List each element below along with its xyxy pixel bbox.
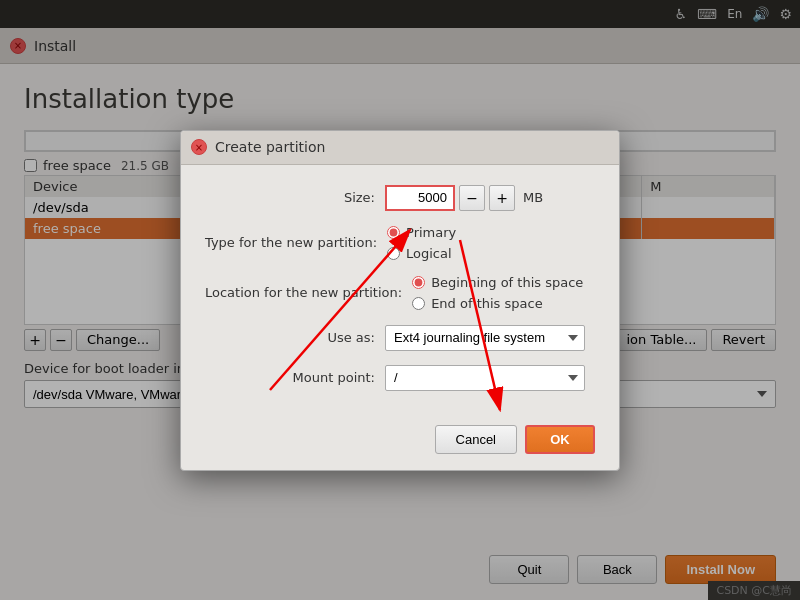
- cancel-button[interactable]: Cancel: [435, 425, 517, 454]
- location-end-radio[interactable]: [412, 297, 425, 310]
- size-input-group: − + MB: [385, 185, 543, 211]
- location-beginning-label: Beginning of this space: [431, 275, 583, 290]
- mount-point-label: Mount point:: [205, 370, 385, 385]
- modal-titlebar: × Create partition: [181, 131, 619, 165]
- type-radio-group: Primary Logical: [387, 225, 456, 261]
- size-decrease-button[interactable]: −: [459, 185, 485, 211]
- size-label: Size:: [205, 190, 385, 205]
- size-unit: MB: [523, 190, 543, 205]
- type-logical-option[interactable]: Logical: [387, 246, 456, 261]
- location-radio-group: Beginning of this space End of this spac…: [412, 275, 583, 311]
- use-as-label: Use as:: [205, 330, 385, 345]
- size-row: Size: − + MB: [205, 185, 595, 211]
- type-label: Type for the new partition:: [205, 235, 387, 250]
- type-logical-radio[interactable]: [387, 247, 400, 260]
- size-input[interactable]: [385, 185, 455, 211]
- type-logical-label: Logical: [406, 246, 452, 261]
- modal-footer: Cancel OK: [181, 425, 619, 470]
- modal-overlay: × Create partition Size: − + MB Type for…: [0, 0, 800, 600]
- modal-title: Create partition: [215, 139, 325, 155]
- create-partition-modal: × Create partition Size: − + MB Type for…: [180, 130, 620, 471]
- ok-button[interactable]: OK: [525, 425, 595, 454]
- location-end-option[interactable]: End of this space: [412, 296, 583, 311]
- modal-close-button[interactable]: ×: [191, 139, 207, 155]
- use-as-select[interactable]: Ext4 journaling file system: [385, 325, 585, 351]
- type-row: Type for the new partition: Primary Logi…: [205, 225, 595, 261]
- size-increase-button[interactable]: +: [489, 185, 515, 211]
- mount-point-select[interactable]: /: [385, 365, 585, 391]
- use-as-row: Use as: Ext4 journaling file system: [205, 325, 595, 351]
- location-row: Location for the new partition: Beginnin…: [205, 275, 595, 311]
- location-beginning-option[interactable]: Beginning of this space: [412, 275, 583, 290]
- type-primary-radio[interactable]: [387, 226, 400, 239]
- location-end-label: End of this space: [431, 296, 543, 311]
- type-primary-option[interactable]: Primary: [387, 225, 456, 240]
- modal-body: Size: − + MB Type for the new partition:…: [181, 165, 619, 425]
- location-beginning-radio[interactable]: [412, 276, 425, 289]
- mount-point-row: Mount point: /: [205, 365, 595, 391]
- type-primary-label: Primary: [406, 225, 456, 240]
- location-label: Location for the new partition:: [205, 285, 412, 300]
